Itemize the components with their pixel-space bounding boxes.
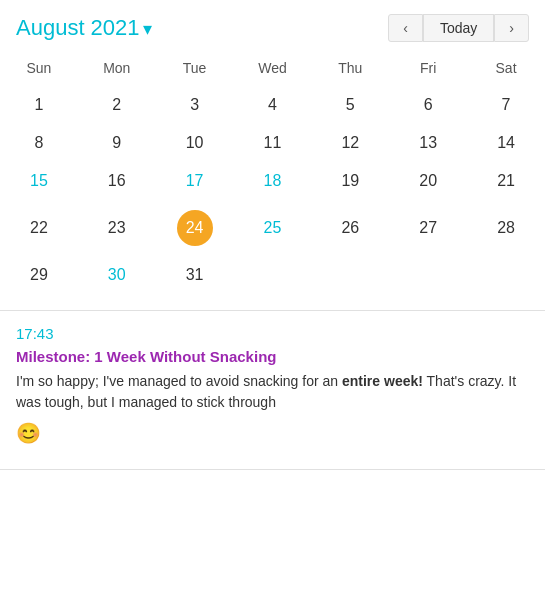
today-button[interactable]: Today (423, 14, 494, 42)
calendar-day[interactable]: 6 (389, 86, 467, 124)
calendar-week-row: 293031 (0, 256, 545, 294)
calendar-day[interactable]: 17 (156, 162, 234, 200)
weekday-thu: Thu (311, 52, 389, 86)
calendar-day[interactable]: 4 (234, 86, 312, 124)
month-year-label: August 2021 (16, 15, 140, 40)
weekday-wed: Wed (234, 52, 312, 86)
today-circle: 24 (177, 210, 213, 246)
weekday-tue: Tue (156, 52, 234, 86)
calendar-day[interactable]: 21 (467, 162, 545, 200)
calendar-day[interactable]: 19 (311, 162, 389, 200)
calendar-day[interactable]: 9 (78, 124, 156, 162)
calendar-day (311, 256, 389, 294)
calendar-day[interactable]: 30 (78, 256, 156, 294)
calendar-grid: SunMonTueWedThuFriSat 123456789101112131… (0, 52, 545, 294)
calendar-day[interactable]: 15 (0, 162, 78, 200)
event-body: I'm so happy; I've managed to avoid snac… (16, 371, 529, 413)
event-time: 17:43 (16, 325, 529, 342)
calendar-day[interactable]: 10 (156, 124, 234, 162)
weekday-sun: Sun (0, 52, 78, 86)
calendar-day[interactable]: 29 (0, 256, 78, 294)
calendar-day[interactable]: 12 (311, 124, 389, 162)
calendar-day[interactable]: 20 (389, 162, 467, 200)
prev-button[interactable]: ‹ (388, 14, 423, 42)
title-dropdown-arrow[interactable]: ▾ (143, 19, 152, 39)
calendar-day[interactable]: 26 (311, 200, 389, 256)
weekday-fri: Fri (389, 52, 467, 86)
weekday-header-row: SunMonTueWedThuFriSat (0, 52, 545, 86)
calendar-day[interactable]: 5 (311, 86, 389, 124)
event-emoji: 😊 (16, 421, 529, 445)
nav-buttons: ‹ Today › (388, 14, 529, 42)
event-body-plain: I'm so happy; I've managed to avoid snac… (16, 373, 342, 389)
calendar-week-row: 1234567 (0, 86, 545, 124)
calendar-day[interactable]: 18 (234, 162, 312, 200)
calendar-day (234, 256, 312, 294)
calendar-day[interactable]: 1 (0, 86, 78, 124)
calendar-title: August 2021▾ (16, 15, 152, 41)
calendar-day[interactable]: 11 (234, 124, 312, 162)
calendar-week-row: 15161718192021 (0, 162, 545, 200)
calendar-day[interactable]: 22 (0, 200, 78, 256)
calendar-day[interactable]: 28 (467, 200, 545, 256)
weekday-sat: Sat (467, 52, 545, 86)
next-button[interactable]: › (494, 14, 529, 42)
calendar-day[interactable]: 13 (389, 124, 467, 162)
event-section: 17:43 Milestone: 1 Week Without Snacking… (0, 311, 545, 459)
calendar-day[interactable]: 8 (0, 124, 78, 162)
calendar-week-row: 891011121314 (0, 124, 545, 162)
calendar-day[interactable]: 25 (234, 200, 312, 256)
calendar-header: August 2021▾ ‹ Today › (0, 0, 545, 52)
calendar-day[interactable]: 16 (78, 162, 156, 200)
weekday-mon: Mon (78, 52, 156, 86)
calendar-day[interactable]: 3 (156, 86, 234, 124)
calendar-day[interactable]: 7 (467, 86, 545, 124)
event-title: Milestone: 1 Week Without Snacking (16, 348, 529, 365)
calendar-day (389, 256, 467, 294)
calendar-day[interactable]: 2 (78, 86, 156, 124)
calendar-day (467, 256, 545, 294)
event-body-bold: entire week! (342, 373, 423, 389)
calendar-day[interactable]: 14 (467, 124, 545, 162)
bottom-divider (0, 469, 545, 470)
calendar-day[interactable]: 24 (156, 200, 234, 256)
calendar-day[interactable]: 23 (78, 200, 156, 256)
calendar-week-row: 22232425262728 (0, 200, 545, 256)
calendar-day[interactable]: 27 (389, 200, 467, 256)
calendar-day[interactable]: 31 (156, 256, 234, 294)
